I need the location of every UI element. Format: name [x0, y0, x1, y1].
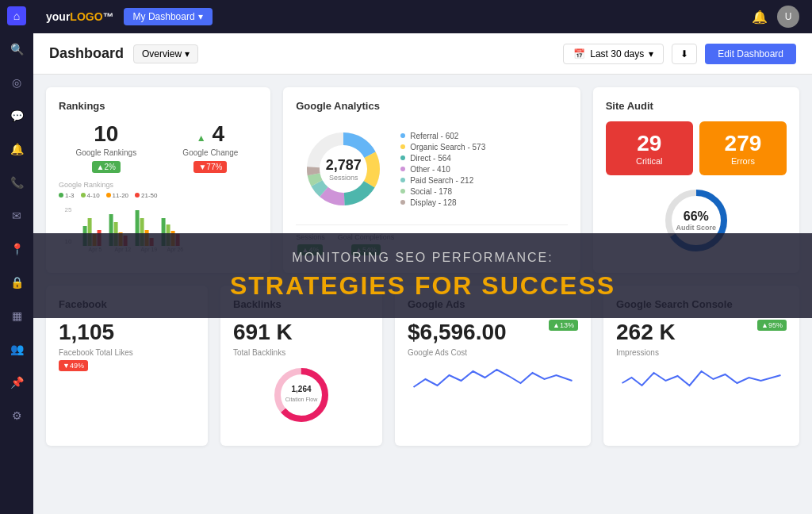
google-rankings-label: Google Rankings: [59, 148, 154, 157]
rankings-badge-green: ▲2%: [92, 161, 121, 173]
notification-bell-icon[interactable]: 🔔: [752, 10, 768, 25]
svg-text:25: 25: [65, 206, 72, 213]
backlinks-label: Total Backlinks: [233, 348, 370, 357]
console-value: 262 K: [616, 320, 676, 345]
dashboard-content: MONITORING SEO PERFORMANCE: STRATEGIES F…: [33, 75, 812, 514]
ads-badge: ▲13%: [549, 320, 578, 331]
sidebar-mail-icon[interactable]: ✉: [7, 206, 26, 225]
backlinks-value: 691 K: [233, 320, 370, 345]
chart-legend: 1-3 4-10 11-20 21-50: [59, 192, 258, 199]
date-range-button[interactable]: 📅 Last 30 days ▾: [563, 44, 664, 64]
critical-value: 29: [615, 131, 684, 156]
ads-top: $6,596.00 Google Ads Cost ▲13%: [408, 320, 578, 357]
google-change-label: Google Change: [163, 148, 259, 157]
console-badge: ▲95%: [757, 320, 787, 331]
legend-direct: Direct - 564: [400, 154, 568, 163]
facebook-value: 1,105: [59, 320, 195, 345]
sidebar-chart-icon[interactable]: ◎: [7, 73, 26, 92]
ads-label: Google Ads Cost: [408, 348, 507, 357]
audit-title: Site Audit: [606, 100, 787, 112]
sidebar-chat-icon[interactable]: 💬: [7, 106, 26, 125]
change-arrow: ▲: [197, 132, 206, 144]
user-avatar[interactable]: U: [777, 6, 799, 28]
legend-11-20: 11-20: [106, 192, 128, 199]
edit-dashboard-button[interactable]: Edit Dashboard: [705, 44, 796, 64]
sidebar-layers-icon[interactable]: ▦: [7, 306, 26, 325]
dashboard-header: Dashboard Overview ▾ 📅 Last 30 days ▾ ⬇ …: [33, 33, 812, 75]
overlay-title: STRATEGIES FOR SUCCESS: [65, 271, 780, 301]
sidebar-phone-icon[interactable]: 📞: [7, 173, 26, 192]
errors-label: Errors: [709, 156, 777, 166]
chart-label: Google Rankings: [59, 181, 258, 189]
ads-wave: [408, 363, 578, 395]
direct-dot: [400, 155, 405, 160]
sidebar-lock-icon[interactable]: 🔒: [7, 273, 26, 292]
legend-21-50: 21-50: [135, 192, 157, 199]
legend-organic: Organic Search - 573: [400, 143, 568, 152]
legend-1-3: 1-3: [59, 192, 75, 199]
analytics-title: Google Analytics: [296, 100, 568, 112]
facebook-badge: ▼49%: [59, 360, 88, 371]
overview-button[interactable]: Overview ▾: [133, 44, 198, 63]
google-change-metric: ▲ 4 Google Change ▼77%: [163, 121, 259, 173]
ads-value: $6,596.00: [408, 320, 507, 345]
top-nav: yourLOGO™ My Dashboard ▾ 🔔 U: [33, 0, 812, 33]
topnav-right: 🔔 U: [752, 6, 799, 28]
referral-dot: [400, 133, 405, 138]
ads-wave-svg: [408, 363, 578, 395]
legend-4-10: 4-10: [81, 192, 100, 199]
legend-paid: Paid Search - 212: [400, 176, 568, 185]
console-wave-svg: [616, 363, 787, 395]
google-rankings-value: 10: [59, 121, 154, 147]
sidebar: ⌂ 🔍 ◎ 💬 🔔 📞 ✉ 📍 🔒 ▦ 👥 📌 ⚙: [0, 0, 33, 514]
download-button[interactable]: ⬇: [672, 44, 697, 64]
social-dot: [400, 189, 405, 194]
legend-referral: Referral - 602: [400, 132, 568, 140]
rankings-badge-red: ▼77%: [193, 161, 227, 173]
sidebar-settings-icon[interactable]: ⚙: [7, 406, 26, 425]
console-wave: [616, 363, 787, 395]
donut-center: 2,787 Sessions: [326, 157, 362, 182]
audit-top: 29 Critical 279 Errors: [606, 121, 787, 175]
my-dashboard-button[interactable]: My Dashboard ▾: [124, 8, 213, 25]
svg-text:Citation Flow: Citation Flow: [285, 397, 318, 402]
header-right-actions: 📅 Last 30 days ▾ ⬇ Edit Dashboard: [563, 44, 796, 64]
errors-value: 279: [709, 131, 777, 156]
citation-donut-svg: 1,264 Citation Flow: [270, 363, 333, 427]
google-change-value: ▲ 4: [163, 121, 259, 147]
console-label: Impressions: [616, 348, 676, 357]
overlay-banner: MONITORING SEO PERFORMANCE: STRATEGIES F…: [33, 233, 812, 318]
ads-metric: $6,596.00 Google Ads Cost: [408, 320, 507, 357]
score-text: 66% Audit Score: [676, 209, 717, 232]
analytics-legend: Referral - 602 Organic Search - 573 Dire…: [400, 121, 568, 217]
sidebar-home-icon[interactable]: ⌂: [7, 6, 26, 25]
donut-value: 2,787: [326, 157, 362, 174]
analytics-donut: 2,787 Sessions: [296, 121, 391, 217]
rankings-title: Rankings: [59, 100, 258, 112]
display-dot: [400, 200, 405, 205]
critical-label: Critical: [615, 156, 684, 166]
legend-display: Display - 128: [400, 198, 568, 207]
analytics-inner: 2,787 Sessions Referral - 602 Organic Se…: [296, 121, 568, 217]
organic-dot: [400, 144, 405, 149]
errors-box: 279 Errors: [699, 121, 787, 175]
sidebar-users-icon[interactable]: 👥: [7, 339, 26, 359]
sidebar-search-icon[interactable]: 🔍: [7, 40, 26, 59]
legend-other: Other - 410: [400, 165, 568, 174]
citation-donut-area: 1,264 Citation Flow: [233, 363, 370, 427]
google-rankings-metric: 10 Google Rankings ▲2%: [59, 121, 154, 173]
console-metric: 262 K Impressions: [616, 320, 676, 357]
rankings-metrics: 10 Google Rankings ▲2% ▲ 4 Google Change…: [59, 121, 258, 173]
logo: yourLOGO™: [46, 10, 114, 23]
page-title: Dashboard: [49, 45, 124, 62]
sidebar-pin-icon[interactable]: 📍: [7, 240, 26, 259]
svg-text:1,264: 1,264: [291, 385, 311, 393]
critical-box: 29 Critical: [606, 121, 693, 175]
overlay-subtitle: MONITORING SEO PERFORMANCE:: [65, 251, 780, 265]
main-content: yourLOGO™ My Dashboard ▾ 🔔 U Dashboard O…: [33, 0, 812, 514]
paid-dot: [400, 178, 405, 182]
sidebar-bell-icon[interactable]: 🔔: [7, 140, 26, 159]
legend-social: Social - 178: [400, 187, 568, 196]
sidebar-pin2-icon[interactable]: 📌: [7, 373, 26, 392]
other-dot: [400, 167, 405, 171]
